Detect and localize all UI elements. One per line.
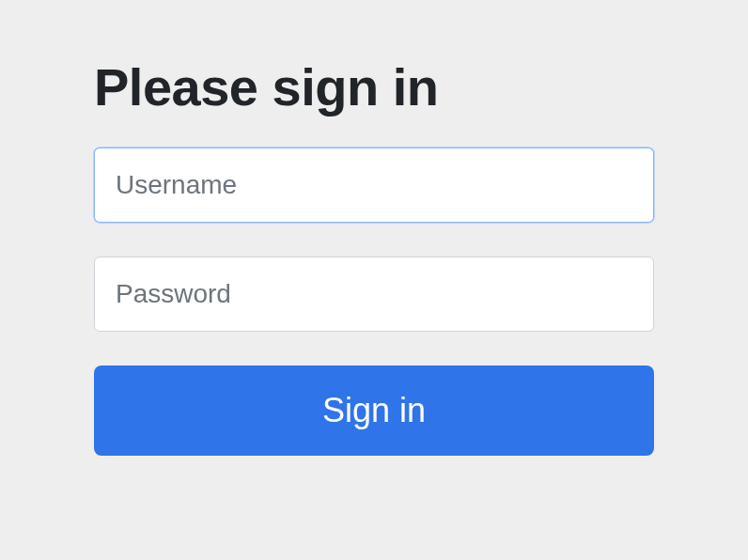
username-input[interactable] xyxy=(94,148,654,223)
page-title: Please sign in xyxy=(94,56,654,117)
signin-form: Please sign in Sign in xyxy=(94,56,654,456)
password-input[interactable] xyxy=(94,257,654,332)
signin-button[interactable]: Sign in xyxy=(94,366,654,456)
